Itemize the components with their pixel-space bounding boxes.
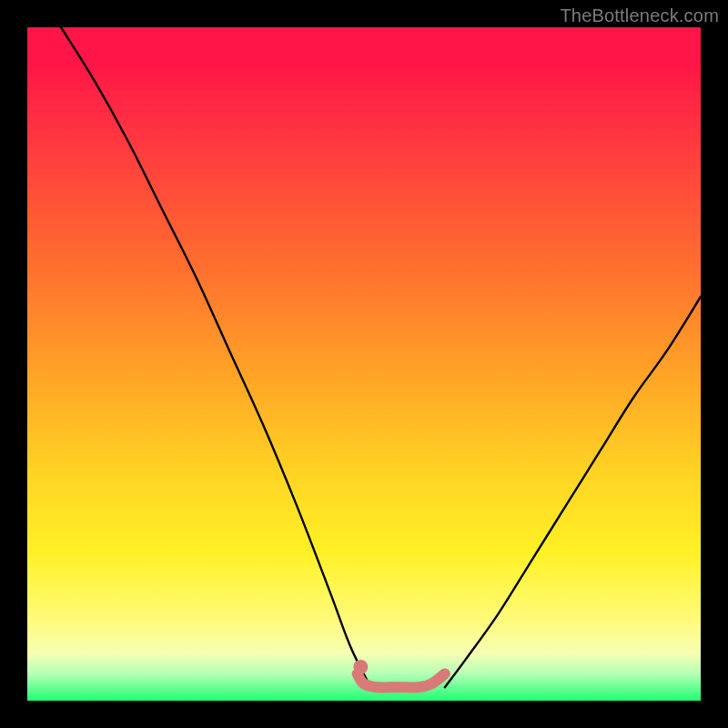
right-curve: [445, 297, 701, 687]
watermark-text: TheBottleneck.com: [560, 5, 719, 26]
left-curve: [61, 27, 370, 687]
chart-frame: TheBottleneck.com: [0, 0, 728, 728]
bottom-plateau: [358, 673, 445, 687]
plateau-dot: [353, 660, 368, 674]
curve-layer: [27, 27, 701, 701]
plot-area: [27, 27, 701, 701]
